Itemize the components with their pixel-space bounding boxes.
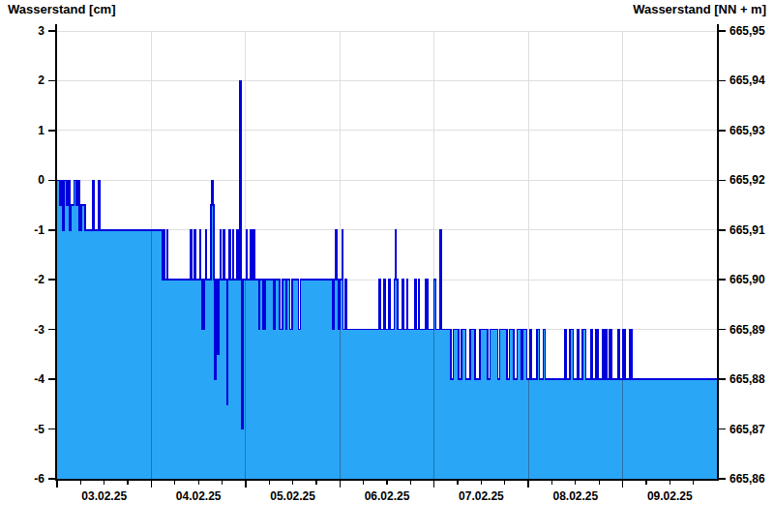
x-date-label: 05.02.25: [270, 489, 315, 503]
y-left-tick-label: -3: [34, 323, 45, 337]
y-left-tick-label: 1: [38, 124, 45, 137]
y-right-tick-label: 665,95: [729, 24, 765, 38]
x-date-label: 09.02.25: [647, 489, 693, 503]
x-date-label: 07.02.25: [459, 489, 504, 503]
y-right-tick-label: 665,90: [729, 273, 765, 286]
x-date-label: 03.02.25: [81, 489, 127, 503]
y-left-tick-label: -4: [34, 372, 45, 386]
y-right-tick-label: 665,91: [729, 223, 765, 237]
y-left-tick-label: 2: [38, 74, 45, 87]
y-left-tick-label: -6: [34, 472, 45, 486]
x-date-label: 04.02.25: [176, 489, 222, 503]
y-right-tick-label: 665,94: [729, 74, 765, 87]
y-left-tick-label: -5: [34, 423, 45, 436]
y-left-tick-label: -2: [34, 273, 45, 286]
y-left-tick-label: 3: [38, 24, 45, 38]
y-right-tick-label: 665,92: [729, 173, 765, 187]
x-date-label: 08.02.25: [552, 489, 598, 503]
water-level-chart-window: Wasserstand [cm] Wasserstand [NN + m] 36…: [0, 0, 774, 532]
y-left-tick-label: 0: [38, 173, 45, 187]
y-right-tick-label: 665,89: [729, 323, 765, 337]
y-right-tick-label: 665,88: [729, 372, 765, 386]
y-right-tick-label: 665,86: [729, 472, 765, 486]
y-right-tick-label: 665,93: [729, 124, 765, 137]
water-level-area-chart: 3665,952665,941665,930665,92-1665,91-266…: [0, 0, 774, 532]
y-right-tick-label: 665,87: [729, 423, 765, 436]
y-left-tick-label: -1: [34, 223, 45, 237]
x-date-label: 06.02.25: [365, 489, 410, 503]
